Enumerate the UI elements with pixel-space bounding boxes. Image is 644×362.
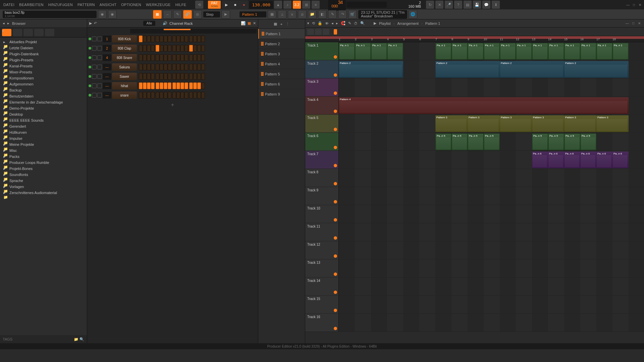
step-button[interactable] (151, 45, 155, 52)
step-button[interactable] (180, 54, 184, 61)
step-button[interactable] (147, 64, 151, 70)
channel-led[interactable] (89, 94, 91, 97)
channel-mute[interactable] (92, 74, 97, 79)
clip[interactable]: Pa..n 1 (612, 43, 629, 60)
channel-solo[interactable] (97, 37, 102, 41)
step-button[interactable] (139, 36, 143, 42)
channel-name[interactable]: 808 Snare (112, 54, 137, 61)
wait-icon[interactable]: ⊞ (302, 0, 311, 9)
tempo-display[interactable]: 130.000 (249, 1, 273, 9)
step-button[interactable] (189, 54, 193, 61)
channel-led[interactable] (89, 56, 91, 59)
browser-item[interactable]: ▸📁Impulse (0, 135, 87, 141)
step-button[interactable] (160, 82, 163, 89)
menu-pattern[interactable]: PATTERN (75, 1, 97, 8)
step-button[interactable] (139, 82, 143, 89)
clip[interactable]: Pa..n 1 (339, 43, 355, 60)
step-button[interactable] (172, 73, 176, 80)
step-button[interactable] (184, 54, 188, 61)
track-mute-button[interactable] (334, 291, 337, 294)
bar-icon[interactable]: ≡ (311, 0, 320, 9)
step-button[interactable] (143, 64, 147, 70)
channel-solo[interactable] (97, 74, 102, 79)
step-button[interactable] (164, 36, 167, 42)
step-button[interactable] (176, 73, 180, 80)
step-button[interactable] (160, 36, 163, 42)
step-button[interactable] (168, 54, 171, 61)
browser-item[interactable]: ▸📁Aufgenommen (0, 81, 87, 87)
clip[interactable]: Pa..n 1 (387, 43, 403, 60)
browser-item[interactable]: ▸📁Producer Loops Rumble (0, 160, 87, 166)
step-button[interactable] (176, 54, 180, 61)
step-button[interactable] (151, 82, 155, 89)
step-button[interactable] (143, 45, 147, 52)
channel-name[interactable]: Sakura (112, 63, 137, 71)
track-lane[interactable] (339, 259, 644, 277)
clip[interactable]: Pa..n 1 (500, 43, 516, 60)
clip[interactable]: Pa..n 5 (468, 133, 484, 150)
step-button[interactable] (189, 92, 193, 99)
step-button[interactable] (172, 36, 176, 42)
pl-tool-paint[interactable] (315, 29, 322, 35)
channel-mute[interactable] (92, 93, 97, 98)
step-button[interactable] (176, 64, 180, 70)
channel-mute[interactable] (92, 55, 97, 60)
browser-item[interactable]: ▸📁Kompositionen (0, 75, 87, 81)
render-icon[interactable]: ◎ (193, 10, 202, 19)
clip[interactable]: Pa..n 6 (564, 152, 580, 168)
pencil-icon[interactable]: ✎ (173, 10, 182, 19)
cart-icon[interactable]: 🛒 (348, 10, 357, 19)
step-button[interactable] (164, 82, 167, 89)
stop-button[interactable]: ■ (231, 1, 239, 8)
track-header[interactable]: Track 9 (305, 187, 339, 205)
clip[interactable]: Pattern 2 (500, 61, 564, 78)
step-button[interactable] (168, 92, 171, 99)
playlist-btn[interactable]: ▦ (268, 10, 276, 19)
browser-item[interactable]: ▸📁Sprache (0, 178, 87, 184)
pl-lock-icon[interactable]: 🔒 (318, 21, 322, 25)
step-button[interactable] (172, 64, 176, 70)
step-button[interactable] (139, 73, 143, 80)
step-button[interactable] (172, 82, 176, 89)
step-button[interactable] (176, 82, 180, 89)
cr-play-icon[interactable]: ▶ (89, 21, 92, 25)
track-mute-button[interactable] (334, 218, 337, 222)
pl-back-icon[interactable]: ◂ (331, 21, 333, 25)
piano-roll-btn[interactable]: ♫ (278, 10, 286, 19)
clip[interactable]: Pa..n 6 (532, 152, 548, 168)
track-lane[interactable] (339, 223, 644, 241)
step-button[interactable] (180, 36, 184, 42)
step-button[interactable] (143, 73, 147, 80)
track-header[interactable]: Track 13 (305, 259, 339, 277)
pl-add-track[interactable] (334, 29, 337, 35)
pattern-item[interactable]: Pattern 6 (258, 79, 305, 89)
save-icon[interactable]: 💾 (473, 0, 481, 9)
step-button[interactable] (197, 73, 201, 80)
channel-number[interactable]: 2 (103, 45, 111, 52)
track-mute-button[interactable] (334, 200, 337, 203)
step-button[interactable] (168, 73, 171, 80)
clip[interactable]: Pa..n 1 (355, 43, 371, 60)
pattern-item[interactable]: Pattern 4 (258, 59, 305, 69)
step-button[interactable] (164, 64, 167, 70)
track-lane[interactable]: Pa..n 5Pa..n 5Pa..n 5Pa..n 5Pa..n 5Pa..n… (339, 133, 644, 150)
pattern-item[interactable]: Pattern 2 (258, 39, 305, 49)
cr-grid-icon[interactable]: ▦ (248, 21, 251, 25)
channel-solo[interactable] (97, 93, 102, 98)
browser-tab-3[interactable] (34, 29, 44, 36)
clip[interactable]: Pa..n 1 (532, 43, 548, 60)
cr-filter[interactable]: Alle (143, 21, 156, 26)
clip[interactable]: Pa..n 1 (435, 43, 451, 60)
track-lane[interactable] (339, 205, 644, 223)
pat-song-toggle[interactable]: PATSONG (208, 0, 221, 9)
step-button[interactable] (201, 54, 205, 61)
track-lane[interactable]: Pattern 4 (339, 97, 644, 114)
clip[interactable]: Pa..n 1 (580, 43, 596, 60)
cr-close-icon[interactable]: ✕ (253, 21, 256, 25)
channel-mute[interactable] (92, 46, 97, 51)
track-mute-button[interactable] (334, 146, 337, 149)
browser-item[interactable]: ▸📁EEEE EEEE Sounds (0, 117, 87, 123)
step-button[interactable] (189, 64, 193, 70)
step-button[interactable] (139, 64, 143, 70)
channel-mute[interactable] (92, 65, 97, 69)
